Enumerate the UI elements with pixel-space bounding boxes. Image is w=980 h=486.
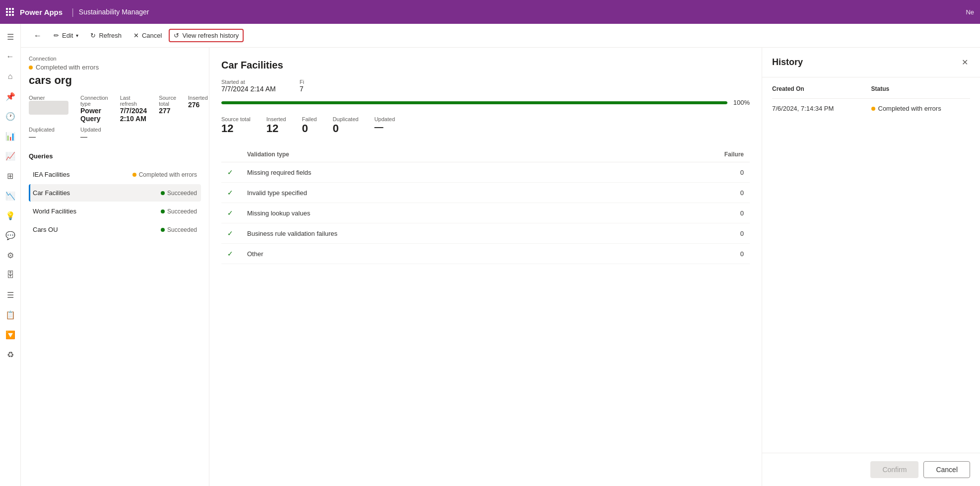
connection-type-cell: Connection type Power Query xyxy=(80,95,108,123)
analytics-icon[interactable]: 📉 xyxy=(1,187,19,205)
recent-icon[interactable]: 🕐 xyxy=(1,107,19,125)
last-refresh-cell: Last refresh 7/7/2024 2:10 AM xyxy=(120,95,147,123)
topbar: Power Apps | Sustainability Manager Ne xyxy=(0,0,980,24)
edit-icon: ✏ xyxy=(54,32,59,39)
query-item-car[interactable]: Car Facilities Succeeded xyxy=(29,184,201,202)
topbar-title: Sustainability Manager xyxy=(79,8,149,16)
bar-chart-icon[interactable]: 📈 xyxy=(1,147,19,165)
checkmark-icon: ✓ xyxy=(227,168,233,176)
detail-panel: Car Facilities Started at 7/7/2024 2:14 … xyxy=(209,48,762,486)
connection-label: Connection xyxy=(29,56,201,62)
content-area: ← ✏ Edit ▾ ↻ Refresh ✕ Cancel ↺ View ref… xyxy=(21,24,980,486)
finished-cell: Fi 7 xyxy=(300,79,304,93)
history-close-button[interactable]: ✕ xyxy=(960,56,970,69)
back-button[interactable]: ← xyxy=(29,28,47,43)
query-item-iea[interactable]: IEA Facilities Completed with errors xyxy=(29,166,201,183)
back-arrow-icon: ← xyxy=(34,31,42,40)
history-status-text: Completed with errors xyxy=(878,105,941,112)
confirm-button[interactable]: Confirm xyxy=(870,461,918,478)
failures-header: Failure xyxy=(630,147,750,162)
failures-cell: 0 xyxy=(630,244,750,264)
connection-name: cars org xyxy=(29,74,201,87)
progress-percent: 100% xyxy=(733,99,750,106)
chat-icon[interactable]: 💬 xyxy=(1,226,19,244)
updated-cell: Updated — xyxy=(80,127,108,140)
history-icon: ↺ xyxy=(174,32,179,39)
checkmark-icon: ✓ xyxy=(227,250,233,258)
validation-row: ✓ Other 0 xyxy=(221,244,750,264)
meta-grid: Owner Connection type Power Query Last r… xyxy=(29,95,201,140)
history-date: 7/6/2024, 7:14:34 PM xyxy=(772,105,871,112)
view-refresh-history-button[interactable]: ↺ View refresh history xyxy=(169,29,244,42)
started-at-row: Started at 7/7/2024 2:14 AM Fi 7 xyxy=(221,79,750,93)
main-layout: ☰ ← ⌂ 📌 🕐 📊 📈 ⊞ 📉 💡 💬 ⚙ 🗄 ☰ 📋 🔽 ♻ ← ✏ Ed… xyxy=(0,24,980,486)
history-columns: Created On Status xyxy=(772,85,970,92)
facility-title: Car Facilities xyxy=(221,60,750,71)
connection-status-text: Completed with errors xyxy=(36,64,99,71)
refresh-button[interactable]: ↻ Refresh xyxy=(85,29,127,42)
database-icon[interactable]: 🗄 xyxy=(1,266,19,284)
query-item-world[interactable]: World Facilities Succeeded xyxy=(29,203,201,220)
grid-icon[interactable]: ⊞ xyxy=(1,167,19,185)
validation-type-cell: Missing required fields xyxy=(241,162,630,183)
page-content: Connection Completed with errors cars or… xyxy=(21,48,980,486)
list-icon[interactable]: ☰ xyxy=(1,286,19,304)
edit-label: Edit xyxy=(62,32,73,39)
progress-bar xyxy=(221,101,727,104)
validation-row: ✓ Missing required fields 0 xyxy=(221,162,750,183)
check-icon-cell: ✓ xyxy=(221,203,241,223)
created-on-header: Created On xyxy=(772,85,871,92)
source-total-cell: Source total 277 xyxy=(159,95,176,123)
inserted-cell: Inserted 276 xyxy=(188,95,208,123)
detail-source-total: Source total 12 xyxy=(221,116,251,135)
view-refresh-label: View refresh history xyxy=(182,32,239,39)
app-grid-icon[interactable] xyxy=(6,8,14,16)
checkmark-icon: ✓ xyxy=(227,229,233,237)
failures-cell: 0 xyxy=(630,203,750,223)
car-status-dot xyxy=(161,191,165,195)
checkmark-icon: ✓ xyxy=(227,189,233,197)
validation-type-cell: Invalid type specified xyxy=(241,183,630,203)
detail-duplicated: Duplicated 0 xyxy=(332,116,358,135)
detail-failed: Failed 0 xyxy=(302,116,317,135)
edit-button[interactable]: ✏ Edit ▾ xyxy=(49,29,83,42)
failures-cell: 0 xyxy=(630,183,750,203)
connection-status-dot xyxy=(29,66,33,69)
history-footer: Confirm Cancel xyxy=(762,453,980,486)
history-panel: History ✕ Created On Status 7/6/2024, 7:… xyxy=(762,48,980,486)
cancel-button[interactable]: ✕ Cancel xyxy=(129,29,167,42)
checkmark-icon: ✓ xyxy=(227,209,233,217)
filter-icon[interactable]: 🔽 xyxy=(1,326,19,344)
query-item-carsou[interactable]: Cars OU Succeeded xyxy=(29,221,201,238)
duplicated-cell: Duplicated — xyxy=(29,127,68,140)
history-header: History ✕ xyxy=(762,48,980,77)
edit-chevron-icon: ▾ xyxy=(76,33,78,38)
history-status: Completed with errors xyxy=(871,105,971,112)
pin-icon[interactable]: 📌 xyxy=(1,87,19,105)
history-row: 7/6/2024, 7:14:34 PM Completed with erro… xyxy=(772,98,970,118)
settings-icon[interactable]: ⚙ xyxy=(1,246,19,264)
lightbulb-icon[interactable]: 💡 xyxy=(1,207,19,224)
back-nav-icon[interactable]: ← xyxy=(1,48,19,66)
cancel-label: Cancel xyxy=(142,32,162,39)
sidebar: ☰ ← ⌂ 📌 🕐 📊 📈 ⊞ 📉 💡 💬 ⚙ 🗄 ☰ 📋 🔽 ♻ xyxy=(0,24,21,486)
hamburger-icon[interactable]: ☰ xyxy=(1,28,19,46)
validation-type-cell: Other xyxy=(241,244,630,264)
failures-cell: 0 xyxy=(630,162,750,183)
progress-fill xyxy=(221,101,727,104)
validation-type-header: Validation type xyxy=(241,147,630,162)
validation-type-col-header xyxy=(221,147,241,162)
validation-table: Validation type Failure ✓ Missing requir… xyxy=(221,147,750,264)
history-title: History xyxy=(772,57,803,68)
stats-row: Source total 12 Inserted 12 Failed 0 Dup… xyxy=(221,116,750,135)
check-icon-cell: ✓ xyxy=(221,244,241,264)
report-icon[interactable]: 📋 xyxy=(1,306,19,324)
recycle-icon[interactable]: ♻ xyxy=(1,346,19,363)
progress-bar-container: 100% xyxy=(221,99,750,106)
queries-panel: Connection Completed with errors cars or… xyxy=(21,48,209,486)
cancel-history-button[interactable]: Cancel xyxy=(923,461,970,478)
chart-icon[interactable]: 📊 xyxy=(1,127,19,145)
queries-title: Queries xyxy=(29,152,201,160)
cancel-icon: ✕ xyxy=(133,32,139,39)
home-icon[interactable]: ⌂ xyxy=(1,68,19,85)
